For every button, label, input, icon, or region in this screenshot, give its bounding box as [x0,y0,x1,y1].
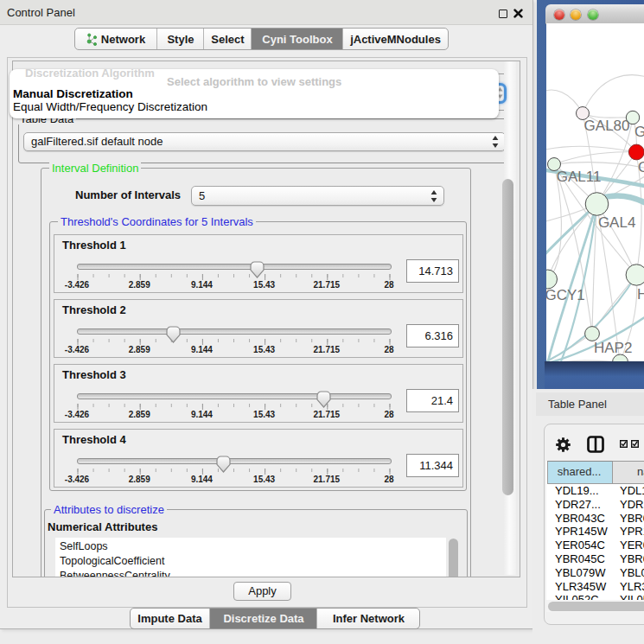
svg-text:GAL80: GAL80 [584,118,630,134]
svg-text:GAL11: GAL11 [557,169,602,185]
svg-text:GAL4: GAL4 [598,214,635,231]
svg-text:GCY1: GCY1 [546,287,585,303]
svg-text:GA: GA [634,124,644,140]
svg-text:C: C [638,159,644,175]
svg-text:H: H [637,286,644,303]
svg-text:HAP2: HAP2 [594,340,632,356]
